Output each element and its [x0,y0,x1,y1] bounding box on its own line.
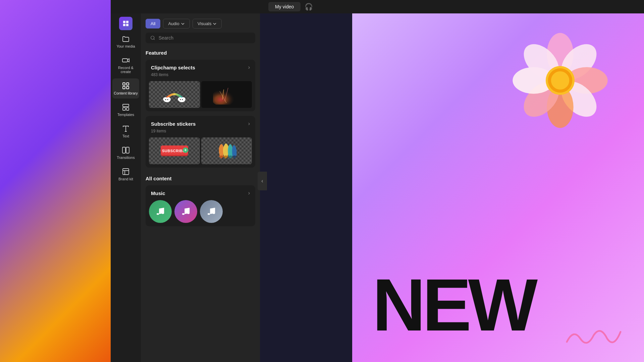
sidebar-label-your-media: Your media [116,44,135,48]
top-bar: My video 🎧 [111,0,644,13]
clipchamp-selects-card[interactable]: Clipchamp selects › 483 items [146,60,255,111]
filter-bar: All Audio Visuals [141,13,260,33]
icon-sidebar: Your media Record & create Content libra… [111,13,141,362]
svg-rect-10 [123,169,129,175]
svg-point-21 [182,99,183,100]
music-icon-1 [149,200,172,223]
svg-point-38 [233,157,235,159]
svg-point-19 [181,97,185,101]
all-content-title: All content [141,172,260,185]
chevron-down-icon [181,22,185,26]
card-title: Clipchamp selects [151,65,195,70]
sidebar-label-transitions: Transitions [117,156,135,160]
search-icon [150,35,155,41]
thumbnail-rainbow [149,81,200,108]
thumbnail-bells [201,137,252,164]
svg-rect-0 [122,59,127,62]
headphone-icon: 🎧 [305,3,313,11]
sidebar-label-brand-kit: Brand kit [118,177,133,181]
collapse-panel-button[interactable]: ‹ [258,172,267,190]
music-card-header: Music › [146,185,255,200]
content-panel: All Audio Visuals Featured Clipchamp sel… [141,13,260,362]
subscribe-card-subtitle: 19 items [146,128,255,137]
svg-rect-5 [123,104,129,107]
svg-point-36 [229,157,231,159]
svg-point-20 [180,99,181,100]
svg-text:SUBSCRIBE: SUBSCRIBE [162,149,185,153]
svg-text:+: + [184,148,186,153]
subscribe-stickers-card[interactable]: Subscribe stickers › 19 items SUBSCRIBE … [146,116,255,168]
search-bar[interactable] [146,33,255,43]
svg-point-34 [225,157,227,159]
subscribe-thumbnails: SUBSCRIBE + [146,137,255,168]
canvas-area: NEW [352,13,644,362]
sidebar-item-brand-kit[interactable]: Brand kit [112,164,139,184]
svg-point-16 [167,99,168,100]
svg-point-15 [165,99,166,100]
svg-rect-2 [126,83,129,85]
sidebar-item-transitions[interactable]: Transitions [112,143,139,163]
canvas-squiggle [564,322,624,349]
music-icons [146,200,255,226]
music-icon-3 [200,200,223,223]
svg-rect-1 [123,83,125,85]
subscribe-card-title: Subscribe stickers [151,121,196,127]
svg-rect-6 [123,108,125,110]
featured-title: Featured [141,49,260,60]
sidebar-label-record-create: Record & create [114,66,138,74]
my-video-button[interactable]: My video [268,2,301,11]
svg-point-11 [151,36,154,39]
app-logo [119,17,132,30]
chevron-right-icon: › [248,64,250,70]
svg-rect-8 [122,147,125,153]
sidebar-label-text: Text [122,134,129,138]
sidebar-label-templates: Templates [117,113,134,117]
background-left [0,0,111,362]
sidebar-label-content-library: Content library [114,91,138,95]
canvas-flower [503,23,617,137]
music-card[interactable]: Music › [146,185,255,226]
svg-point-14 [166,97,171,101]
svg-rect-4 [126,86,129,89]
music-icon-2 [174,200,197,223]
chevron-right-icon3: › [248,190,250,196]
sidebar-item-content-library[interactable]: Content library [112,78,139,99]
svg-point-32 [220,157,222,159]
search-input[interactable] [159,35,251,41]
svg-rect-3 [123,86,125,89]
svg-rect-9 [126,147,129,153]
sidebar-item-text[interactable]: Text [112,121,139,141]
card-thumbnails [146,81,255,111]
svg-rect-7 [126,108,129,110]
svg-point-22 [213,89,235,105]
filter-audio-button[interactable]: Audio [163,19,190,28]
chevron-right-icon2: › [248,121,250,127]
sidebar-item-record-create[interactable]: Record & create [112,53,139,77]
filter-all-button[interactable]: All [146,19,160,28]
thumbnail-sparkle [201,81,252,108]
filter-visuals-button[interactable]: Visuals [193,19,222,28]
card-header: Clipchamp selects › [146,60,255,72]
chevron-down-icon2 [213,22,217,26]
thumbnail-subscribe: SUBSCRIBE + [149,137,200,164]
music-card-title: Music [151,190,165,196]
canvas-title-text: NEW [372,268,534,342]
subscribe-card-header: Subscribe stickers › [146,116,255,128]
card-subtitle: 483 items [146,72,255,81]
svg-point-49 [551,71,569,89]
sidebar-item-your-media[interactable]: Your media [112,32,139,52]
sidebar-item-templates[interactable]: Templates [112,100,139,120]
